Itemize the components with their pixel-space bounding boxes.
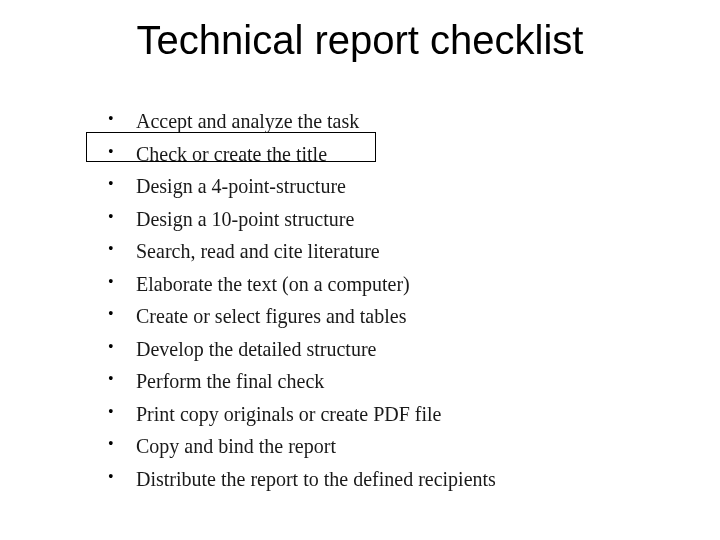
item-text: Distribute the report to the defined rec…: [136, 466, 496, 493]
bullet-icon: •: [96, 401, 136, 423]
bullet-icon: •: [96, 238, 136, 260]
item-text: Copy and bind the report: [136, 433, 336, 460]
list-item: • Check or create the title: [96, 141, 660, 168]
list-item: • Distribute the report to the defined r…: [96, 466, 660, 493]
list-item: • Design a 10-point structure: [96, 206, 660, 233]
list-item: • Print copy originals or create PDF fil…: [96, 401, 660, 428]
bullet-icon: •: [96, 141, 136, 163]
list-item: • Perform the final check: [96, 368, 660, 395]
list-item: • Elaborate the text (on a computer): [96, 271, 660, 298]
list-item: • Copy and bind the report: [96, 433, 660, 460]
item-text: Check or create the title: [136, 141, 327, 168]
item-text: Elaborate the text (on a computer): [136, 271, 410, 298]
bullet-icon: •: [96, 466, 136, 488]
list-item: • Search, read and cite literature: [96, 238, 660, 265]
item-text: Perform the final check: [136, 368, 324, 395]
item-text: Design a 4-point-structure: [136, 173, 346, 200]
bullet-icon: •: [96, 271, 136, 293]
bullet-icon: •: [96, 433, 136, 455]
list-item: • Develop the detailed structure: [96, 336, 660, 363]
item-text: Print copy originals or create PDF file: [136, 401, 442, 428]
list-item: • Create or select figures and tables: [96, 303, 660, 330]
bullet-icon: •: [96, 206, 136, 228]
list-item: • Accept and analyze the task: [96, 108, 660, 135]
bullet-icon: •: [96, 303, 136, 325]
checklist: • Accept and analyze the task • Check or…: [96, 108, 660, 498]
item-text: Search, read and cite literature: [136, 238, 380, 265]
bullet-icon: •: [96, 173, 136, 195]
item-text: Accept and analyze the task: [136, 108, 359, 135]
bullet-icon: •: [96, 108, 136, 130]
bullet-icon: •: [96, 368, 136, 390]
item-text: Develop the detailed structure: [136, 336, 376, 363]
item-text: Create or select figures and tables: [136, 303, 406, 330]
list-item: • Design a 4-point-structure: [96, 173, 660, 200]
item-text: Design a 10-point structure: [136, 206, 354, 233]
slide-title: Technical report checklist: [0, 18, 720, 63]
bullet-icon: •: [96, 336, 136, 358]
